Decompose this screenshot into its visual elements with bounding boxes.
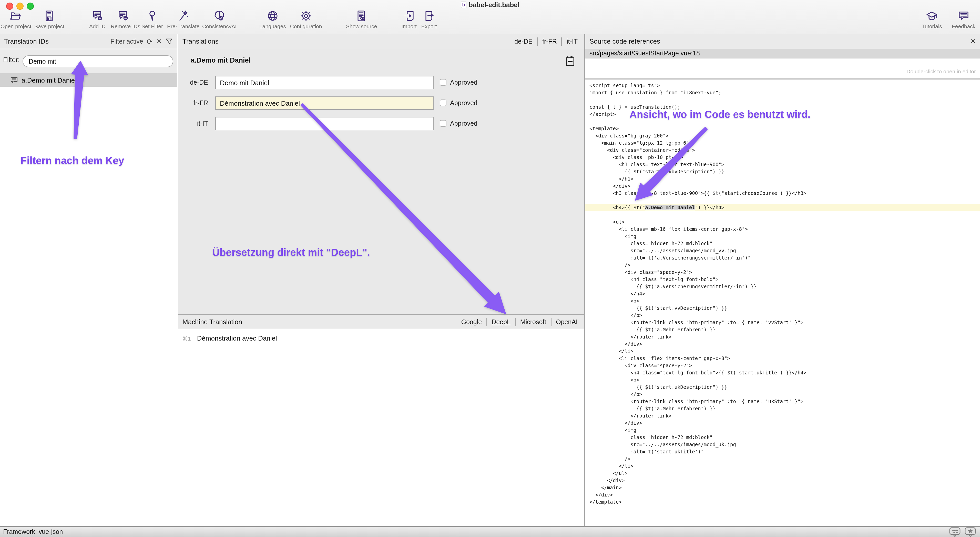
pre-translate-button[interactable]: Pre-Translate (167, 10, 199, 32)
approved-label-it-IT: Approved (450, 117, 477, 130)
filter-input[interactable] (22, 56, 173, 67)
code-line (585, 211, 980, 218)
language-tab-it-IT[interactable]: it-IT (562, 37, 582, 46)
code-line: /> (585, 456, 980, 463)
feedback-bubble-icon (958, 10, 970, 22)
highlighted-translation-key[interactable]: a.Demo mit Daniel (645, 205, 695, 210)
code-line: <h3 class="mb-8 text-blue-900">{{ $t("st… (585, 190, 980, 197)
gear-icon (300, 10, 312, 22)
code-line (585, 197, 980, 204)
code-line: {{ $t("a.Mehr erfahren") }} (585, 326, 980, 333)
approved-label-de-DE: Approved (450, 76, 477, 89)
code-line: </main> (585, 484, 980, 491)
add-id-button[interactable]: Add ID (85, 10, 110, 32)
source-code-header: Source code references ✕ (585, 34, 980, 49)
code-line: src="../../assets/images/mood_uk.jpg" (585, 441, 980, 448)
code-line: </h4> (585, 290, 980, 298)
code-line: {{ $t("a.Versicherungsvermittler/-in") }… (585, 283, 980, 290)
code-line: </div> (585, 477, 980, 484)
code-line: </div> (585, 341, 980, 348)
code-line: <router-link class="btn-primary" :to="{ … (585, 319, 980, 326)
clear-filter-icon[interactable]: ✕ (156, 34, 162, 49)
provider-tab-deepl[interactable]: DeepL (487, 318, 515, 326)
approved-label-fr-FR: Approved (450, 96, 477, 110)
brain-check-icon (213, 10, 226, 22)
approved-checkbox-de-DE[interactable] (440, 79, 446, 86)
code-line: /> (585, 261, 980, 269)
filter-funnel-icon[interactable] (165, 38, 173, 45)
code-line: </p> (585, 391, 980, 398)
translation-id-item[interactable]: a.Demo mit Daniel (0, 73, 177, 87)
code-line: class="hidden h-72 md:block" (585, 240, 980, 247)
left-panel-divider[interactable] (177, 34, 177, 526)
feedback-button[interactable]: Feedback (950, 10, 977, 32)
provider-tab-google[interactable]: Google (457, 318, 487, 326)
lang-label-de-DE: de-DE (178, 76, 208, 89)
configuration-button[interactable]: Configuration (290, 10, 322, 32)
save-project-button[interactable]: Save project (34, 10, 64, 32)
open-folder-icon (9, 10, 22, 22)
code-line: :alt="t('a.Versicherungsvermittler/-in')… (585, 254, 980, 261)
code-line: <li class="flex items-center gap-x-8"> (585, 355, 980, 362)
remove-ids-button[interactable]: Remove IDs (111, 10, 135, 32)
lang-label-it-IT: it-IT (178, 117, 208, 130)
show-source-button[interactable]: Show source (346, 10, 377, 32)
code-line: {{ $t("start.ukDescription") }} (585, 384, 980, 391)
code-line: </li> (585, 463, 980, 470)
open-project-button[interactable]: Open project (0, 10, 30, 32)
code-line: <div class="space-y-2"> (585, 362, 980, 369)
bubble-plus-icon (91, 10, 103, 22)
source-reference-row[interactable]: src/pages/start/GuestStartPage.vue:18 (585, 49, 980, 59)
code-line: <div class="space-y-2"> (585, 269, 980, 276)
import-button[interactable]: Import (399, 10, 419, 32)
export-button[interactable]: Export (419, 10, 439, 32)
code-line: {{ $t("a.Mehr erfahren") }} (585, 405, 980, 413)
code-line: </script> (585, 111, 980, 118)
code-line: <img (585, 233, 980, 240)
consistency-ai-button[interactable]: ConsistencyAI (202, 10, 237, 32)
code-line: <template> (585, 125, 980, 132)
code-line: <h4 class="text-lg font-bold">{{ $t("sta… (585, 369, 980, 376)
language-tab-fr-FR[interactable]: fr-FR (537, 37, 562, 46)
whats-new-bubble-icon[interactable] (949, 527, 961, 537)
speech-bubble-icon (10, 76, 18, 83)
translations-header: Translations de-DEfr-FRit-IT (178, 34, 584, 49)
code-line: {{ $t("start.myvbvDescription") }} (585, 168, 980, 175)
translation-id-label: a.Demo mit Daniel (22, 76, 76, 84)
provider-tab-microsoft[interactable]: Microsoft (515, 318, 551, 326)
code-line: <h1 class="text-left text-blue-900"> (585, 161, 980, 168)
tutorials-button[interactable]: Tutorials (919, 10, 945, 32)
refresh-icon[interactable]: ⟳ (147, 34, 153, 49)
graduation-cap-icon (926, 10, 938, 22)
rate-star-bubble-icon[interactable] (965, 527, 976, 537)
translation-input-fr-FR[interactable] (215, 96, 434, 110)
provider-tab-openai[interactable]: OpenAI (551, 318, 582, 326)
save-floppy-icon (43, 10, 56, 22)
translation-input-it-IT[interactable] (215, 117, 434, 130)
notes-icon[interactable] (566, 56, 574, 66)
bubble-minus-icon (117, 10, 129, 22)
translation-row-fr-FR: fr-FR Approved (178, 96, 584, 110)
code-line: </router-link> (585, 333, 980, 341)
code-line: <ul> (585, 218, 980, 226)
code-line: class="hidden h-72 md:block" (585, 434, 980, 441)
approved-checkbox-fr-FR[interactable] (440, 99, 446, 106)
machine-translation-header: Machine Translation GoogleDeepLMicrosoft… (178, 315, 584, 329)
machine-translation-title: Machine Translation (183, 318, 242, 326)
close-panel-icon[interactable]: ✕ (970, 34, 976, 49)
translation-input-de-DE[interactable] (215, 76, 434, 89)
filter-active-label: Filter active (110, 34, 143, 49)
doc-eye-icon (355, 10, 368, 22)
code-line: <script setup lang="ts"> (585, 82, 980, 89)
code-line: import { useTranslation } from "i18next-… (585, 89, 980, 96)
filter-annotation: Filtern nach dem Key (21, 155, 124, 167)
approved-checkbox-it-IT[interactable] (440, 120, 446, 127)
language-tab-de-DE[interactable]: de-DE (510, 37, 537, 46)
status-bar: Framework: vue-json (0, 526, 980, 537)
source-code-title: Source code references (589, 37, 660, 45)
import-icon (403, 10, 415, 22)
set-filter-button[interactable]: Set Filter (139, 10, 165, 32)
languages-button[interactable]: Languages (258, 10, 287, 32)
machine-translation-result[interactable]: ⌘1Démonstration avec Daniel (183, 335, 277, 342)
code-line: <h4>{{ $t("a.Demo mit Daniel") }}</h4> (585, 204, 980, 211)
